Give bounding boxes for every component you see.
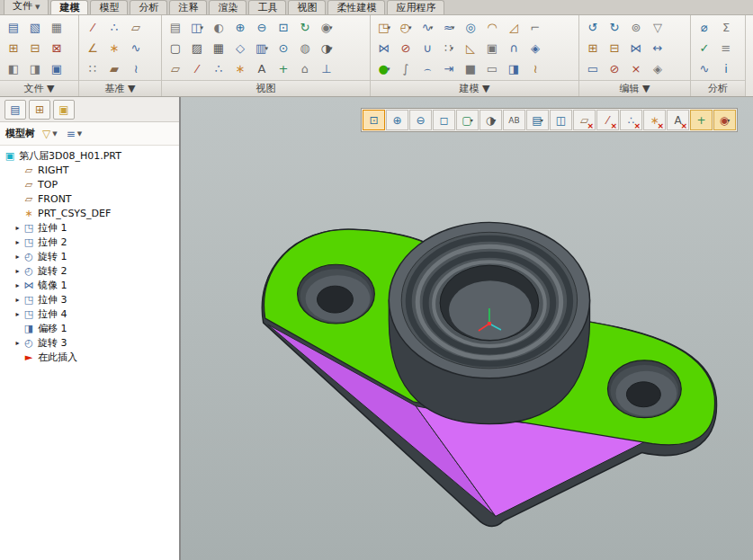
point-display-button[interactable]: ∴× xyxy=(620,110,642,130)
refit-button[interactable]: ◻ xyxy=(433,110,455,130)
wireframe-icon[interactable]: ▢ xyxy=(165,38,186,58)
view-manager-icon[interactable]: ◫▾ xyxy=(186,17,208,38)
curve-analysis-icon[interactable]: ∿ xyxy=(694,58,715,79)
datum-plane-icon[interactable]: ▱ xyxy=(125,17,147,38)
extrude-icon[interactable]: ◳▾ xyxy=(373,17,395,38)
paste-icon[interactable]: ⊟ xyxy=(24,38,46,58)
zoom-in-icon[interactable]: ⊕ xyxy=(229,17,251,38)
tab-model[interactable]: 模型 xyxy=(90,0,128,14)
paste-geom-icon[interactable]: ⊟ xyxy=(604,38,625,58)
filter-icon[interactable]: ▽ xyxy=(647,17,668,38)
tab-applications[interactable]: 应用程序 xyxy=(387,0,444,14)
axis-display-icon[interactable]: ⁄ xyxy=(186,58,208,79)
spin-center-icon[interactable]: + xyxy=(273,58,294,79)
datum-curve-icon[interactable]: ∿ xyxy=(125,38,147,58)
chamfer-icon[interactable]: ◿ xyxy=(503,17,524,38)
graph-icon[interactable]: ≀ xyxy=(125,58,147,79)
info-icon[interactable]: i xyxy=(715,58,737,79)
geometry-check-icon[interactable]: ✓ xyxy=(694,38,715,58)
bolt-hole-left[interactable] xyxy=(318,286,354,313)
prev-model-icon[interactable]: ◧ xyxy=(3,58,24,79)
tree-item[interactable]: ▱FRONT xyxy=(0,191,179,206)
tree-item[interactable]: ◨偏移 1 xyxy=(0,321,179,335)
boundary-blend-icon[interactable]: ◈ xyxy=(524,38,546,58)
tree-item[interactable]: ▸◳拉伸 1 xyxy=(0,220,179,235)
reorient-icon[interactable]: ⊙ xyxy=(273,38,294,58)
zoom-in-button[interactable]: ⊕ xyxy=(386,110,408,130)
tab-flexible-modeling[interactable]: 柔性建模 xyxy=(327,0,385,14)
spin-center-button[interactable]: + xyxy=(690,110,713,130)
expander-icon[interactable]: ▸ xyxy=(13,267,22,275)
spin-icon[interactable]: ◍ xyxy=(294,38,316,58)
ribbon-group-label-datum[interactable]: 基准 ▼ xyxy=(79,80,161,96)
tree-item[interactable]: ▸⋈镜像 1 xyxy=(0,278,179,292)
tab-modeling[interactable]: 建模 xyxy=(50,0,88,14)
solidify-icon[interactable]: ■ xyxy=(460,58,481,79)
display-style-icon[interactable]: ◑▾ xyxy=(316,38,337,58)
coordinate-system-icon[interactable]: ∗ xyxy=(103,38,125,58)
saved-views-button[interactable]: ▤▾ xyxy=(526,110,549,130)
annotation-display-icon[interactable]: A xyxy=(251,58,273,79)
tree-filters-icon[interactable]: ▽▼ xyxy=(42,128,58,140)
round-icon[interactable]: ◠ xyxy=(481,17,503,38)
thicken-icon[interactable]: ▭ xyxy=(481,58,503,79)
mass-properties-icon[interactable]: Σ xyxy=(715,17,737,38)
revolve-icon[interactable]: ◴▾ xyxy=(395,17,417,38)
sketch-icon[interactable]: ∠ xyxy=(82,38,103,58)
visibility-icon[interactable]: ◉▾ xyxy=(316,17,337,38)
model-3d[interactable] xyxy=(181,97,751,560)
tree-item[interactable]: ▸◳拉伸 4 xyxy=(0,307,179,321)
copy-geom-icon[interactable]: ⊞ xyxy=(582,38,604,58)
blend-icon[interactable]: ≈▾ xyxy=(438,17,460,38)
view-normal-icon[interactable]: ⊥ xyxy=(316,58,337,79)
expander-icon[interactable]: ▸ xyxy=(13,339,22,347)
copy-icon[interactable]: ⊞ xyxy=(3,38,24,58)
style-icon[interactable]: ∫ xyxy=(395,58,417,79)
suppress-icon[interactable]: ⊘ xyxy=(604,58,625,79)
tab-annotate[interactable]: 注释 xyxy=(169,0,207,14)
folder-browser-icon[interactable]: ⊞ xyxy=(29,100,50,120)
mirror-icon[interactable]: ⋈ xyxy=(373,38,395,58)
axis-display-button[interactable]: ⁄× xyxy=(596,110,619,130)
tab-render[interactable]: 渲染 xyxy=(209,0,247,14)
expander-icon[interactable]: ▸ xyxy=(13,238,22,246)
zoom-out-button[interactable]: ⊖ xyxy=(409,110,432,130)
tree-item[interactable]: ▣第八届3D08_H01.PRT xyxy=(0,148,179,163)
export-icon[interactable]: ▧ xyxy=(24,17,46,38)
plane-display-button[interactable]: ▱× xyxy=(573,110,596,130)
zoom-window-button[interactable]: ⊡ xyxy=(363,110,385,130)
ribbon-group-label-file[interactable]: 文件 ▼ xyxy=(0,80,78,96)
annotation-display-button[interactable]: A× xyxy=(667,110,689,130)
hidden-line-icon[interactable]: ▨ xyxy=(186,38,208,58)
ribbon-group-label-model[interactable]: 建模 ▼ xyxy=(371,80,578,96)
measure-icon[interactable]: ⌀ xyxy=(694,17,715,38)
view-manager-button[interactable]: ◫ xyxy=(550,110,572,130)
ribbon-group-label-view[interactable]: 视图 xyxy=(162,80,370,96)
ribbon-group-label-edit[interactable]: 编辑 ▼ xyxy=(579,80,690,96)
intersect-icon[interactable]: ∩ xyxy=(503,38,524,58)
tree-columns-icon[interactable]: ≡▼ xyxy=(67,128,82,140)
render-sphere-icon[interactable]: ●▾ xyxy=(373,58,395,79)
csys-display-icon[interactable]: ∗ xyxy=(229,58,251,79)
tab-view[interactable]: 视图 xyxy=(288,0,326,14)
save-icon[interactable]: ▤ xyxy=(3,17,24,38)
repaint-icon[interactable]: ↻ xyxy=(294,17,316,38)
display-style-button[interactable]: ◑▾ xyxy=(480,110,502,130)
mirror-edit-icon[interactable]: ⋈ xyxy=(625,38,647,58)
undo-icon[interactable]: ↺ xyxy=(582,17,604,38)
offset-icon[interactable]: ◨ xyxy=(503,58,524,79)
expander-icon[interactable]: ▸ xyxy=(13,310,22,318)
group-icon[interactable]: ◈ xyxy=(647,58,668,79)
properties-icon[interactable]: ▣ xyxy=(46,58,67,79)
merge-icon[interactable]: ∪ xyxy=(417,38,438,58)
tree-item[interactable]: ▱TOP xyxy=(0,177,179,191)
datum-point-icon[interactable]: ∴ xyxy=(103,17,125,38)
delete-icon[interactable]: ⊠ xyxy=(46,38,67,58)
edit-definition-icon[interactable]: ▭ xyxy=(582,58,604,79)
pattern-icon[interactable]: ∷▾ xyxy=(438,38,460,58)
redo-icon[interactable]: ↻ xyxy=(604,17,625,38)
expander-icon[interactable]: ▸ xyxy=(13,281,22,289)
tree-item[interactable]: ▸◴旋转 1 xyxy=(0,249,179,263)
delete-feature-icon[interactable]: × xyxy=(625,58,647,79)
move-icon[interactable]: ↔ xyxy=(647,38,668,58)
